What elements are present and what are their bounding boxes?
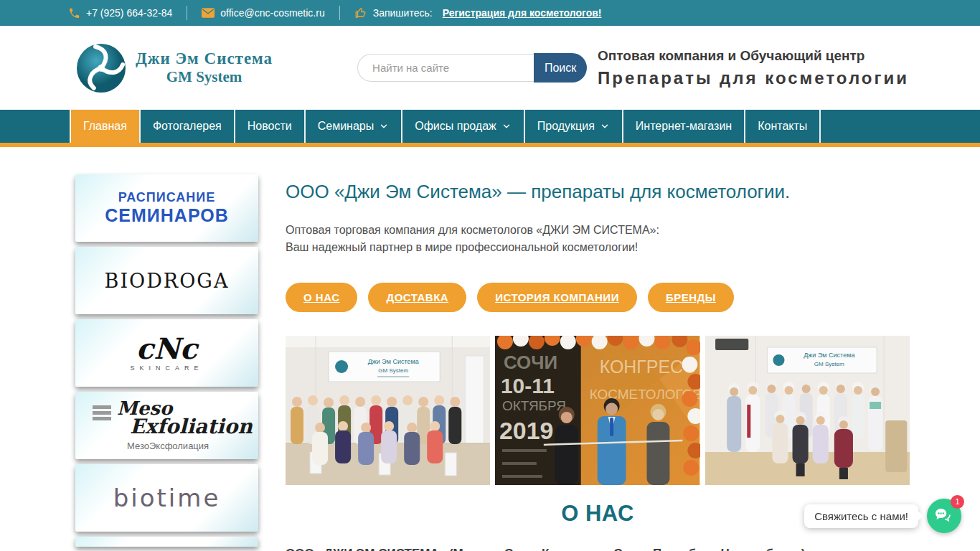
chat-button[interactable]: 1 bbox=[927, 499, 961, 533]
nav-label: Контакты bbox=[758, 110, 807, 143]
meso-subtext: МезоЭксфолиация bbox=[127, 441, 209, 451]
topbar-divider bbox=[339, 6, 340, 20]
nav-item-seminars[interactable]: Семинары bbox=[304, 110, 402, 143]
svg-text:10-11: 10-11 bbox=[501, 374, 555, 397]
svg-text:СОЧИ: СОЧИ bbox=[504, 352, 557, 373]
logo-line2: GM System bbox=[136, 68, 273, 86]
nav-item-photogallery[interactable]: Фотогалерея bbox=[139, 110, 234, 143]
people bbox=[544, 398, 683, 485]
chat-bubbles-icon bbox=[934, 507, 954, 524]
intro-line2: Ваш надежный партнер в мире профессионал… bbox=[286, 239, 910, 256]
intro-line1: Оптовая торговая компания для косметолог… bbox=[286, 222, 910, 239]
tagline-company: Оптовая компания и Обучающий центр bbox=[598, 48, 909, 64]
search-button[interactable]: Поиск bbox=[534, 53, 587, 83]
photo-seminar-group[interactable]: Джи Эм Система GM System bbox=[286, 336, 490, 485]
nav-item-products[interactable]: Продукция bbox=[524, 110, 622, 143]
nav-label: Главная bbox=[83, 110, 127, 143]
chevron-down-icon bbox=[501, 121, 512, 131]
photo-congress[interactable]: СОЧИ 10-11 ОКТЯБРЯ 2019 КОНГРЕСС КОСМЕТО… bbox=[495, 336, 699, 485]
site-header: Джи Эм Система GM System Поиск Оптовая к… bbox=[0, 26, 980, 110]
about-button[interactable]: О НАС bbox=[286, 283, 357, 312]
svg-text:КОНГРЕСС: КОНГРЕСС bbox=[600, 357, 696, 377]
nav-item-contacts[interactable]: Контакты bbox=[744, 110, 821, 143]
banner-seminar-schedule[interactable]: РАСПИСАНИЕ СЕМИНАРОВ bbox=[75, 174, 258, 242]
brands-button[interactable]: БРЕНДЫ bbox=[648, 283, 734, 312]
svg-text:GM System: GM System bbox=[378, 367, 408, 374]
page-title: ООО «Джи Эм Система» — препараты для кос… bbox=[286, 181, 910, 203]
svg-text:ОКТЯБРЯ: ОКТЯБРЯ bbox=[502, 398, 566, 413]
svg-text:2019: 2019 bbox=[499, 417, 553, 444]
svg-text:Джи Эм Система: Джи Эм Система bbox=[368, 358, 419, 365]
quick-links: О НАС ДОСТАВКА ИСТОРИЯ КОМПАНИИ БРЕНДЫ bbox=[286, 283, 910, 312]
delivery-button[interactable]: ДОСТАВКА bbox=[368, 283, 466, 312]
nav-item-sales-offices[interactable]: Офисы продаж bbox=[401, 110, 524, 143]
photo-gallery: Джи Эм Система GM System bbox=[286, 336, 910, 485]
search-input[interactable] bbox=[357, 54, 534, 82]
thumb-up-icon bbox=[354, 6, 367, 19]
main-column: ООО «Джи Эм Система» — препараты для кос… bbox=[286, 174, 910, 551]
nav-label: Офисы продаж bbox=[415, 110, 496, 143]
svg-text:GM System: GM System bbox=[814, 361, 844, 367]
banner-cnc-skincare[interactable]: cNc SKINCARE bbox=[75, 319, 258, 387]
nav-label: Фотогалерея bbox=[153, 110, 222, 143]
banner-text: СЕМИНАРОВ bbox=[105, 205, 228, 226]
nav-label: Продукция bbox=[537, 110, 595, 143]
meso-line2: Exfoliation bbox=[130, 418, 253, 437]
topbar-phone[interactable]: +7 (925) 664-32-84 bbox=[68, 7, 172, 19]
svg-text:Джи Эм Система: Джи Эм Система bbox=[804, 352, 855, 359]
logo-text: Джи Эм Система GM System bbox=[136, 50, 273, 86]
topbar-email[interactable]: office@cnc-cosmetic.ru bbox=[202, 7, 324, 19]
about-company-line: ООО «ДЖИ ЭМ СИСТЕМА» (Москва, Сочи, Крас… bbox=[286, 547, 910, 551]
nav-label: Семинары bbox=[318, 110, 374, 143]
topbar-divider bbox=[187, 6, 187, 20]
phone-number: +7 (925) 664-32-84 bbox=[86, 7, 172, 19]
nav-item-home[interactable]: Главная bbox=[70, 110, 139, 143]
logo-line1: Джи Эм Система bbox=[136, 50, 273, 68]
banner-biodroga[interactable]: BIODROGA bbox=[75, 247, 258, 314]
logo-swirl-icon bbox=[75, 42, 127, 94]
envelope-icon bbox=[202, 8, 215, 18]
signup-label: Запишитесь: bbox=[373, 7, 433, 19]
photo-training-group[interactable]: Джи Эм Система GM System bbox=[705, 336, 910, 485]
banner-meso-exfoliation[interactable]: Meso Exfoliation МезоЭксфолиация bbox=[75, 392, 258, 459]
chevron-down-icon bbox=[379, 121, 389, 131]
main-nav: Главная Фотогалерея Новости Семинары Офи… bbox=[0, 110, 980, 147]
history-button[interactable]: ИСТОРИЯ КОМПАНИИ bbox=[477, 283, 637, 312]
banner-text: РАСПИСАНИЕ bbox=[118, 190, 215, 205]
logo[interactable]: Джи Эм Система GM System bbox=[75, 42, 273, 94]
chevron-down-icon bbox=[600, 121, 610, 131]
cnc-logo: cNc bbox=[136, 334, 197, 363]
nav-item-online-store[interactable]: Интернет-магазин bbox=[622, 110, 744, 143]
email-address: office@cnc-cosmetic.ru bbox=[220, 7, 324, 19]
topbar: +7 (925) 664-32-84 office@cnc-cosmetic.r… bbox=[0, 0, 980, 26]
phone-icon bbox=[68, 7, 80, 19]
biodroga-logo: BIODROGA bbox=[105, 270, 230, 292]
chat-tooltip: Свяжитесь с нами! bbox=[804, 504, 918, 528]
tagline-products: Препараты для косметологии bbox=[598, 68, 909, 88]
nav-label: Интернет-магазин bbox=[636, 110, 732, 143]
registration-link[interactable]: Регистрация для косметологов! bbox=[443, 7, 602, 19]
banner-partial[interactable] bbox=[75, 537, 258, 547]
nav-item-news[interactable]: Новости bbox=[234, 110, 304, 143]
meso-bars-icon bbox=[93, 405, 111, 420]
header-taglines: Оптовая компания и Обучающий центр Препа… bbox=[598, 48, 909, 88]
search-form: Поиск bbox=[357, 53, 587, 83]
nav-label: Новости bbox=[248, 110, 292, 143]
nav-spacer bbox=[0, 110, 70, 143]
sidebar-banners: РАСПИСАНИЕ СЕМИНАРОВ BIODROGA cNc SKINCA… bbox=[75, 174, 258, 551]
biotime-logo: biotime bbox=[113, 484, 221, 512]
cnc-subtext: SKINCARE bbox=[130, 364, 203, 372]
banner-biotime[interactable]: biotime bbox=[75, 464, 258, 532]
content-area: РАСПИСАНИЕ СЕМИНАРОВ BIODROGA cNc SKINCA… bbox=[0, 147, 980, 551]
chat-widget: Свяжитесь с нами! 1 bbox=[804, 499, 961, 533]
topbar-signup: Запишитесь: Регистрация для косметологов… bbox=[354, 6, 602, 19]
chat-unread-badge: 1 bbox=[951, 495, 964, 509]
